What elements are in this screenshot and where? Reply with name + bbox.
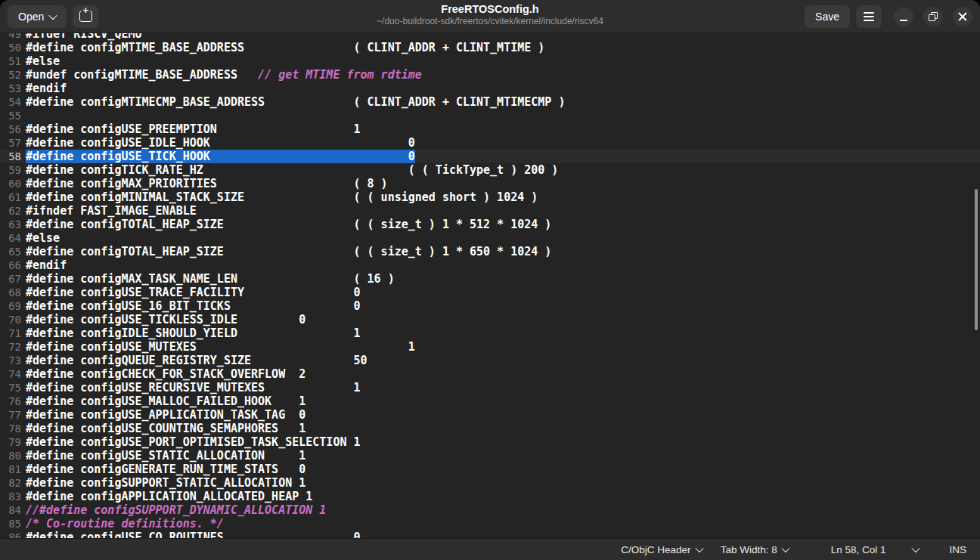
- code-text: #define configQUEUE_REGISTRY_SIZE 50: [26, 354, 980, 367]
- code-text: #define configMAX_PRIORITIES ( 8 ): [26, 177, 980, 190]
- line-number: 69: [0, 300, 26, 312]
- code-line[interactable]: 76#define configUSE_MALLOC_FAILED_HOOK 1: [0, 394, 980, 408]
- code-text: #define configMTIMECMP_BASE_ADDRESS ( CL…: [26, 95, 980, 109]
- line-number: 85: [0, 518, 26, 530]
- line-number: 77: [0, 409, 26, 421]
- code-text: #define configGENERATE_RUN_TIME_STATS 0: [26, 463, 980, 476]
- code-line[interactable]: 57#define configUSE_IDLE_HOOK 0: [0, 136, 980, 150]
- line-number: 74: [0, 368, 26, 380]
- code-line[interactable]: 82#define configSUPPORT_STATIC_ALLOCATIO…: [0, 476, 980, 490]
- code-line[interactable]: 73#define configQUEUE_REGISTRY_SIZE 50: [0, 354, 980, 367]
- code-line[interactable]: 53#endif: [0, 82, 980, 95]
- code-line[interactable]: 83#define configAPPLICATION_ALLOCATED_HE…: [0, 490, 980, 503]
- line-number: 53: [0, 82, 26, 94]
- new-tab-button[interactable]: [73, 5, 98, 28]
- code-line[interactable]: 80#define configUSE_STATIC_ALLOCATION 1: [0, 449, 980, 463]
- app-window: Open FreeRTOSConfig.h ~/duo-buildroot-sd…: [0, 0, 980, 560]
- line-number: 71: [0, 327, 26, 339]
- code-text: #define configUSE_STATIC_ALLOCATION 1: [26, 449, 980, 463]
- line-number: 75: [0, 382, 26, 394]
- code-line[interactable]: 68#define configUSE_TRACE_FACILITY 0: [0, 286, 980, 299]
- code-text: /* Co-routine definitions. */: [26, 517, 980, 531]
- code-line[interactable]: 61#define configMINIMAL_STACK_SIZE ( ( u…: [0, 190, 980, 204]
- code-text: #define configUSE_MALLOC_FAILED_HOOK 1: [26, 394, 980, 408]
- line-number: 86: [0, 531, 26, 538]
- code-line[interactable]: 78#define configUSE_COUNTING_SEMAPHORES …: [0, 422, 980, 435]
- code-lines: 49#ifdef RISCV_QEMU50#define configMTIME…: [0, 33, 980, 538]
- code-line[interactable]: 51#else: [0, 54, 980, 68]
- language-selector[interactable]: C/ObjC Header: [621, 544, 702, 555]
- code-text: #define configCHECK_FOR_STACK_OVERFLOW 2: [26, 367, 980, 381]
- tab-width-selector[interactable]: Tab Width: 8: [721, 544, 789, 555]
- cursor-position: Ln 58, Col 1: [831, 544, 886, 555]
- code-line[interactable]: 65#define configTOTAL_HEAP_SIZE ( ( size…: [0, 245, 980, 258]
- text-editor-area[interactable]: 49#ifdef RISCV_QEMU50#define configMTIME…: [0, 33, 980, 538]
- code-text: #define configUSE_TRACE_FACILITY 0: [26, 286, 980, 299]
- code-text: #define configUSE_TICK_HOOK 0: [26, 150, 980, 163]
- code-line[interactable]: 85/* Co-routine definitions. */: [0, 517, 980, 531]
- menu-button[interactable]: [856, 5, 882, 28]
- line-number: 58: [0, 150, 26, 162]
- code-text: #else: [26, 231, 980, 245]
- code-line[interactable]: 60#define configMAX_PRIORITIES ( 8 ): [0, 177, 980, 190]
- code-text: #define configMTIME_BASE_ADDRESS ( CLINT…: [26, 41, 980, 54]
- code-line[interactable]: 77#define configUSE_APPLICATION_TASK_TAG…: [0, 408, 980, 422]
- code-line[interactable]: 71#define configIDLE_SHOULD_YIELD 1: [0, 326, 980, 340]
- chevron-down-icon: [781, 544, 789, 552]
- code-line[interactable]: 49#ifdef RISCV_QEMU: [0, 33, 980, 41]
- code-line[interactable]: 70#define configUSE_TICKLESS_IDLE 0: [0, 313, 980, 326]
- code-line[interactable]: 81#define configGENERATE_RUN_TIME_STATS …: [0, 463, 980, 476]
- open-button-label: Open: [18, 11, 44, 23]
- code-text: //#define configSUPPORT_DYNAMIC_ALLOCATI…: [26, 503, 980, 517]
- line-number: 60: [0, 178, 26, 190]
- code-line[interactable]: 58#define configUSE_TICK_HOOK 0: [0, 150, 980, 163]
- code-text: #else: [26, 54, 980, 68]
- restore-button[interactable]: [923, 7, 943, 26]
- code-line[interactable]: 50#define configMTIME_BASE_ADDRESS ( CLI…: [0, 41, 980, 54]
- line-number: 78: [0, 422, 26, 435]
- open-button[interactable]: Open: [8, 5, 67, 28]
- line-number: 66: [0, 259, 26, 271]
- code-text: #define configTICK_RATE_HZ ( ( TickType_…: [26, 163, 980, 177]
- line-number: 49: [0, 33, 26, 40]
- code-line[interactable]: 69#define configUSE_16_BIT_TICKS 0: [0, 299, 980, 313]
- code-line[interactable]: 86#define configUSE_CO_ROUTINES 0: [0, 531, 980, 538]
- line-number: 70: [0, 314, 26, 326]
- code-text: #define configUSE_MUTEXES 1: [26, 340, 980, 354]
- code-text: #define configTOTAL_HEAP_SIZE ( ( size_t…: [26, 245, 980, 258]
- code-line[interactable]: 55: [0, 109, 980, 122]
- code-line[interactable]: 74#define configCHECK_FOR_STACK_OVERFLOW…: [0, 367, 980, 381]
- line-number: 79: [0, 436, 26, 448]
- save-button[interactable]: Save: [805, 5, 850, 28]
- header-bar: Open FreeRTOSConfig.h ~/duo-buildroot-sd…: [0, 0, 980, 33]
- line-number: 62: [0, 205, 26, 217]
- code-line[interactable]: 63#define configTOTAL_HEAP_SIZE ( ( size…: [0, 218, 980, 231]
- code-text: #ifdef RISCV_QEMU: [26, 33, 980, 41]
- code-line[interactable]: 56#define configUSE_PREEMPTION 1: [0, 122, 980, 136]
- code-text: #define configUSE_PORT_OPTIMISED_TASK_SE…: [26, 435, 980, 449]
- code-line[interactable]: 59#define configTICK_RATE_HZ ( ( TickTyp…: [0, 163, 980, 177]
- code-line[interactable]: 67#define configMAX_TASK_NAME_LEN ( 16 ): [0, 272, 980, 286]
- input-mode-indicator: INS: [949, 544, 966, 555]
- code-line[interactable]: 66#endif: [0, 258, 980, 272]
- code-line[interactable]: 84//#define configSUPPORT_DYNAMIC_ALLOCA…: [0, 503, 980, 517]
- code-line[interactable]: 72#define configUSE_MUTEXES 1: [0, 340, 980, 354]
- code-line[interactable]: 79#define configUSE_PORT_OPTIMISED_TASK_…: [0, 435, 980, 449]
- close-button[interactable]: [953, 7, 972, 26]
- close-icon: [957, 11, 968, 22]
- code-line[interactable]: 64#else: [0, 231, 980, 245]
- scrollbar-thumb[interactable]: [975, 189, 978, 330]
- code-line[interactable]: 62#ifndef FAST_IMAGE_ENABLE: [0, 204, 980, 218]
- code-line[interactable]: 52#undef configMTIME_BASE_ADDRESS // get…: [0, 68, 980, 82]
- line-number: 56: [0, 123, 26, 135]
- line-number: 61: [0, 191, 26, 203]
- code-line[interactable]: 54#define configMTIMECMP_BASE_ADDRESS ( …: [0, 95, 980, 109]
- code-text: #endif: [26, 258, 980, 272]
- line-number: 83: [0, 490, 26, 503]
- line-number: 54: [0, 96, 26, 108]
- goto-line-button[interactable]: [913, 546, 919, 552]
- code-line[interactable]: 75#define configUSE_RECURSIVE_MUTEXES 1: [0, 381, 980, 394]
- minimize-button[interactable]: [894, 7, 913, 26]
- selected-text: #define configUSE_TICK_HOOK 0: [26, 150, 415, 163]
- chevron-down-icon: [912, 544, 920, 552]
